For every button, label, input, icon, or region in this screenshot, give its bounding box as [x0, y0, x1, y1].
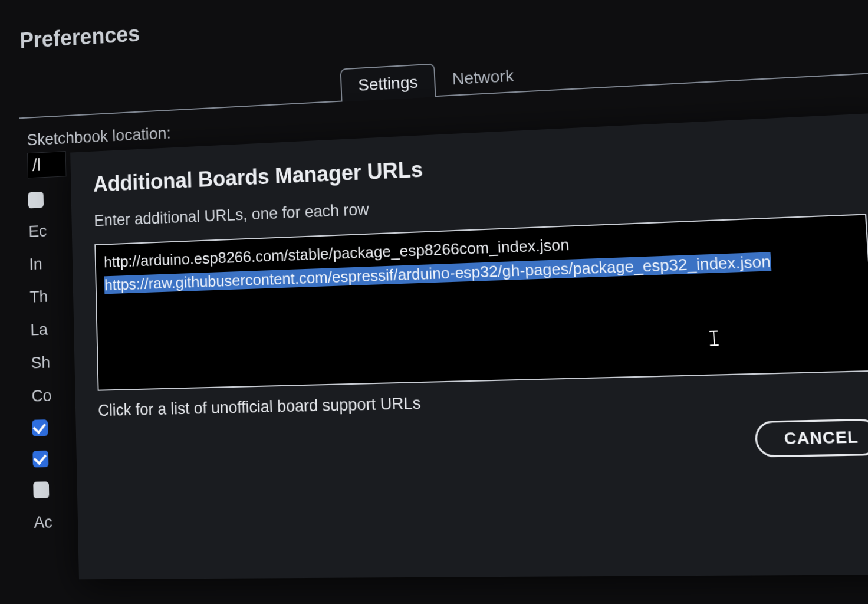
checkbox[interactable] [28, 192, 44, 209]
sketchbook-location-input[interactable]: /l [27, 151, 66, 178]
checkbox[interactable] [33, 481, 49, 498]
tab-settings[interactable]: Settings [340, 63, 436, 101]
cancel-button[interactable]: CANCEL [754, 419, 868, 458]
additional-boards-manager-dialog: Additional Boards Manager URLs Enter add… [70, 113, 868, 579]
tab-network[interactable]: Network [435, 58, 531, 96]
boards-manager-url-textarea[interactable]: http://arduino.esp8266.com/stable/packag… [94, 214, 868, 390]
checkbox[interactable] [32, 419, 48, 436]
checkbox[interactable] [32, 451, 48, 468]
unofficial-boards-link[interactable]: Click for a list of unofficial board sup… [98, 383, 868, 421]
